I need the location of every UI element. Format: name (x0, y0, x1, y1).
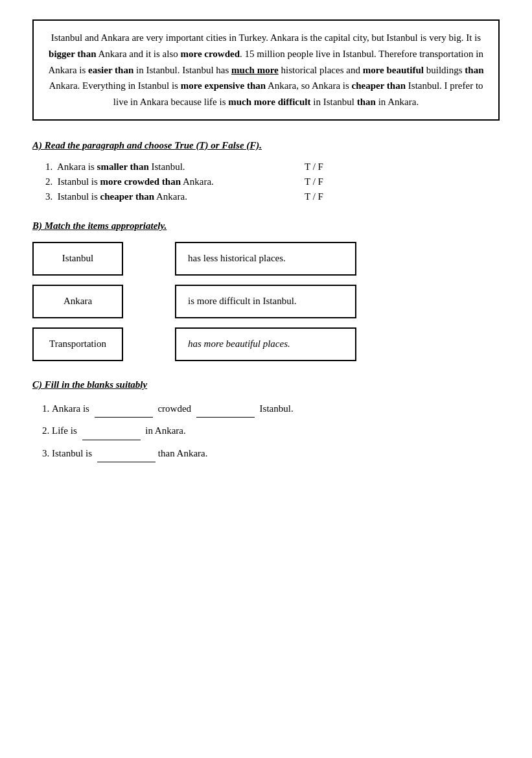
section-a-title: A) Read the paragraph and choose True (T… (32, 140, 500, 151)
section-c: C) Fill in the blanks suitably Ankara is… (32, 379, 500, 463)
match-right-difficult: is more difficult in Istanbul. (175, 285, 356, 318)
match-left-ankara-label: Ankara (64, 296, 92, 307)
tf-item-2-text: 2. Istanbul is more crowded than Ankara. (45, 176, 266, 187)
blank-3a[interactable] (97, 445, 156, 463)
match-right-beautiful-label: has more beautiful places. (188, 338, 290, 349)
fill-item-1: Ankara is crowded Istanbul. (52, 401, 500, 418)
tf-item-2: 2. Istanbul is more crowded than Ankara.… (45, 176, 500, 187)
match-left-ankara: Ankara (32, 285, 123, 318)
blank-1a[interactable] (95, 401, 153, 418)
tf-item-3-text: 3. Istanbul is cheaper than Ankara. (45, 191, 266, 202)
tf-item-1-answer[interactable]: T / F (305, 161, 323, 172)
fill-item-3: Istanbul is than Ankara. (52, 445, 500, 463)
tf-item-3: 3. Istanbul is cheaper than Ankara. T / … (45, 191, 500, 202)
match-row-2: Ankara is more difficult in Istanbul. (32, 285, 500, 318)
section-b: B) Match the items appropriately. Istanb… (32, 220, 500, 361)
section-b-title: B) Match the items appropriately. (32, 220, 500, 231)
tf-item-1-text: 1. Ankara is smaller than Istanbul. (45, 161, 266, 172)
match-left-istanbul: Istanbul (32, 242, 123, 276)
match-left-istanbul-label: Istanbul (62, 253, 93, 264)
blank-1b[interactable] (196, 401, 255, 418)
reading-paragraph: Istanbul and Ankara are very important c… (45, 30, 487, 110)
fill-item-2-text: Life is in Ankara. (52, 425, 186, 436)
match-right-historical: has less historical places. (175, 242, 356, 276)
match-right-difficult-label: is more difficult in Istanbul. (188, 296, 297, 307)
tf-question-list: 1. Ankara is smaller than Istanbul. T / … (32, 161, 500, 202)
match-left-transportation-label: Transportation (49, 338, 106, 349)
match-row-3: Transportation has more beautiful places… (32, 327, 500, 361)
fill-item-3-text: Istanbul is than Ankara. (52, 448, 207, 458)
tf-item-3-answer[interactable]: T / F (305, 191, 323, 202)
match-left-transportation: Transportation (32, 327, 123, 361)
match-row-1: Istanbul has less historical places. (32, 242, 500, 276)
tf-item-1: 1. Ankara is smaller than Istanbul. T / … (45, 161, 500, 172)
fill-list: Ankara is crowded Istanbul. Life is in A… (32, 401, 500, 463)
tf-item-2-answer[interactable]: T / F (305, 176, 323, 187)
match-right-historical-label: has less historical places. (188, 253, 286, 264)
fill-item-2: Life is in Ankara. (52, 423, 500, 440)
section-c-title: C) Fill in the blanks suitably (32, 379, 500, 390)
blank-2a[interactable] (82, 423, 141, 440)
reading-box: Istanbul and Ankara are very important c… (32, 19, 500, 121)
section-a: A) Read the paragraph and choose True (T… (32, 140, 500, 202)
fill-item-1-text: Ankara is crowded Istanbul. (52, 403, 294, 414)
match-right-beautiful: has more beautiful places. (175, 327, 356, 361)
